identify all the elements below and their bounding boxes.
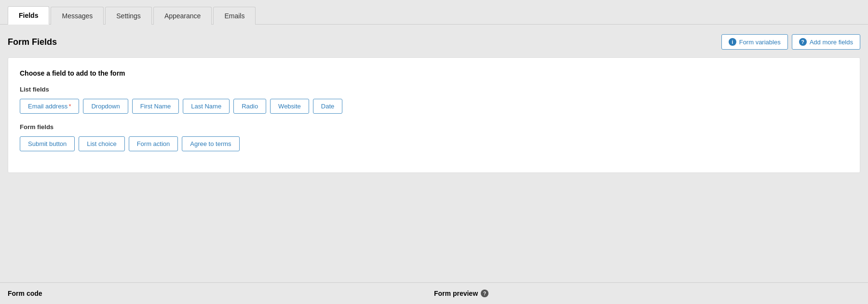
tab-messages[interactable]: Messages: [51, 7, 104, 25]
field-btn-dropdown[interactable]: Dropdown: [83, 99, 128, 114]
form-variables-button[interactable]: i Form variables: [721, 34, 788, 50]
field-btn-list-choice[interactable]: List choice: [79, 136, 124, 151]
field-btn-last-name[interactable]: Last Name: [183, 99, 230, 114]
tab-appearance[interactable]: Appearance: [153, 7, 212, 25]
page-title: Form Fields: [8, 37, 57, 47]
field-btn-submit-button[interactable]: Submit button: [20, 136, 75, 151]
card-heading: Choose a field to add to the form: [20, 69, 848, 77]
list-fields-label: List fields: [20, 86, 848, 93]
field-btn-date[interactable]: Date: [313, 99, 342, 114]
form-fields-row: Submit button List choice Form action Ag…: [20, 136, 848, 151]
field-btn-website[interactable]: Website: [270, 99, 309, 114]
tab-fields[interactable]: Fields: [8, 6, 49, 25]
form-fields-label: Form fields: [20, 123, 848, 131]
field-btn-first-name[interactable]: First Name: [132, 99, 179, 114]
email-address-label: Email address: [28, 103, 68, 110]
form-code-label: Form code: [8, 290, 434, 297]
tab-settings[interactable]: Settings: [105, 7, 152, 25]
question-icon: ?: [799, 38, 807, 46]
add-more-fields-label: Add more fields: [810, 39, 853, 46]
field-btn-form-action[interactable]: Form action: [129, 136, 178, 151]
required-star: *: [68, 103, 71, 110]
field-btn-email-address[interactable]: Email address*: [20, 99, 79, 114]
form-preview-label: Form preview: [434, 290, 478, 297]
header-buttons: i Form variables ? Add more fields: [721, 34, 860, 50]
form-preview-help-icon[interactable]: ?: [481, 290, 488, 297]
field-btn-agree-to-terms[interactable]: Agree to terms: [182, 136, 239, 151]
bottom-bar: Form code Form preview ?: [0, 282, 868, 304]
tabs-bar: Fields Messages Settings Appearance Emai…: [0, 0, 868, 25]
info-icon: i: [729, 38, 736, 46]
page-container: Fields Messages Settings Appearance Emai…: [0, 0, 868, 304]
tab-emails[interactable]: Emails: [213, 7, 256, 25]
main-content: Form Fields i Form variables ? Add more …: [0, 25, 868, 282]
fields-card: Choose a field to add to the form List f…: [8, 57, 860, 173]
add-more-fields-button[interactable]: ? Add more fields: [792, 34, 860, 50]
form-variables-label: Form variables: [739, 39, 781, 46]
field-btn-radio[interactable]: Radio: [233, 99, 266, 114]
form-preview-section: Form preview ?: [434, 290, 860, 297]
list-fields-row: Email address* Dropdown First Name Last …: [20, 99, 848, 114]
section-header: Form Fields i Form variables ? Add more …: [8, 34, 860, 50]
